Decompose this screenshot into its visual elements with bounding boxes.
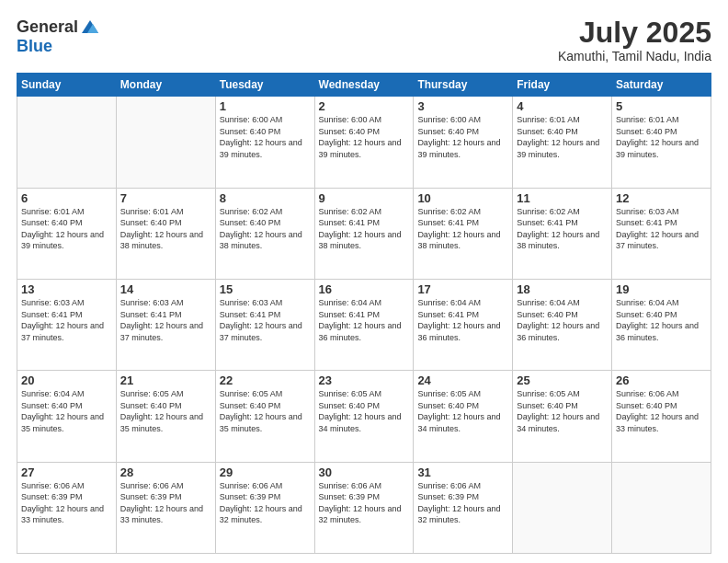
header-right: July 2025 Kamuthi, Tamil Nadu, India — [558, 17, 711, 63]
calendar-cell: 30Sunrise: 6:06 AMSunset: 6:39 PMDayligh… — [314, 462, 414, 553]
calendar-cell: 28Sunrise: 6:06 AMSunset: 6:39 PMDayligh… — [116, 462, 215, 553]
calendar-cell: 20Sunrise: 6:04 AMSunset: 6:40 PMDayligh… — [17, 371, 117, 462]
calendar-cell: 1Sunrise: 6:00 AMSunset: 6:40 PMDaylight… — [215, 97, 314, 188]
day-info: Sunrise: 6:03 AMSunset: 6:41 PMDaylight:… — [616, 206, 707, 252]
calendar-cell — [116, 97, 215, 188]
day-info: Sunrise: 6:03 AMSunset: 6:41 PMDaylight:… — [21, 297, 112, 343]
day-number: 11 — [517, 191, 608, 205]
month-title: July 2025 — [558, 17, 711, 49]
day-number: 14 — [120, 282, 211, 296]
day-number: 6 — [21, 191, 112, 205]
calendar-cell: 2Sunrise: 6:00 AMSunset: 6:40 PMDaylight… — [314, 97, 414, 188]
day-number: 18 — [517, 282, 608, 296]
logo-icon — [80, 17, 100, 37]
calendar-week-row: 6Sunrise: 6:01 AMSunset: 6:40 PMDaylight… — [17, 188, 711, 279]
day-info: Sunrise: 6:06 AMSunset: 6:39 PMDaylight:… — [319, 480, 410, 526]
calendar-cell: 9Sunrise: 6:02 AMSunset: 6:41 PMDaylight… — [314, 188, 414, 279]
calendar-cell: 24Sunrise: 6:05 AMSunset: 6:40 PMDayligh… — [414, 371, 513, 462]
calendar-cell: 3Sunrise: 6:00 AMSunset: 6:40 PMDaylight… — [414, 97, 513, 188]
calendar-cell: 29Sunrise: 6:06 AMSunset: 6:39 PMDayligh… — [215, 462, 314, 553]
calendar-table: Sunday Monday Tuesday Wednesday Thursday… — [17, 73, 711, 554]
logo-general: General — [17, 17, 78, 37]
day-number: 29 — [220, 465, 311, 479]
col-friday: Friday — [513, 74, 612, 97]
calendar-cell — [612, 462, 711, 553]
day-info: Sunrise: 6:01 AMSunset: 6:40 PMDaylight:… — [120, 206, 211, 252]
day-number: 8 — [220, 191, 311, 205]
calendar-cell: 22Sunrise: 6:05 AMSunset: 6:40 PMDayligh… — [215, 371, 314, 462]
day-info: Sunrise: 6:00 AMSunset: 6:40 PMDaylight:… — [220, 114, 311, 160]
day-number: 27 — [21, 465, 112, 479]
day-info: Sunrise: 6:06 AMSunset: 6:40 PMDaylight:… — [616, 388, 707, 434]
day-number: 31 — [417, 465, 508, 479]
day-info: Sunrise: 6:04 AMSunset: 6:41 PMDaylight:… — [319, 297, 410, 343]
calendar-cell: 5Sunrise: 6:01 AMSunset: 6:40 PMDaylight… — [612, 97, 711, 188]
day-number: 22 — [220, 373, 311, 387]
col-thursday: Thursday — [414, 74, 513, 97]
day-info: Sunrise: 6:05 AMSunset: 6:40 PMDaylight:… — [120, 388, 211, 434]
calendar-cell: 23Sunrise: 6:05 AMSunset: 6:40 PMDayligh… — [314, 371, 414, 462]
calendar-cell: 11Sunrise: 6:02 AMSunset: 6:41 PMDayligh… — [513, 188, 612, 279]
calendar-cell: 25Sunrise: 6:05 AMSunset: 6:40 PMDayligh… — [513, 371, 612, 462]
day-info: Sunrise: 6:05 AMSunset: 6:40 PMDaylight:… — [220, 388, 311, 434]
calendar-cell: 18Sunrise: 6:04 AMSunset: 6:40 PMDayligh… — [513, 279, 612, 370]
day-number: 23 — [319, 373, 410, 387]
calendar-week-row: 13Sunrise: 6:03 AMSunset: 6:41 PMDayligh… — [17, 279, 711, 370]
col-saturday: Saturday — [612, 74, 711, 97]
calendar-cell: 19Sunrise: 6:04 AMSunset: 6:40 PMDayligh… — [612, 279, 711, 370]
day-info: Sunrise: 6:00 AMSunset: 6:40 PMDaylight:… — [319, 114, 410, 160]
calendar-cell: 27Sunrise: 6:06 AMSunset: 6:39 PMDayligh… — [17, 462, 117, 553]
location: Kamuthi, Tamil Nadu, India — [558, 49, 711, 63]
calendar-week-row: 1Sunrise: 6:00 AMSunset: 6:40 PMDaylight… — [17, 97, 711, 188]
day-info: Sunrise: 6:03 AMSunset: 6:41 PMDaylight:… — [120, 297, 211, 343]
day-info: Sunrise: 6:05 AMSunset: 6:40 PMDaylight:… — [417, 388, 508, 434]
day-number: 28 — [120, 465, 211, 479]
calendar-cell: 31Sunrise: 6:06 AMSunset: 6:39 PMDayligh… — [414, 462, 513, 553]
day-number: 15 — [220, 282, 311, 296]
day-number: 1 — [220, 99, 311, 113]
day-info: Sunrise: 6:00 AMSunset: 6:40 PMDaylight:… — [417, 114, 508, 160]
day-number: 3 — [417, 99, 508, 113]
col-tuesday: Tuesday — [215, 74, 314, 97]
calendar-cell: 8Sunrise: 6:02 AMSunset: 6:40 PMDaylight… — [215, 188, 314, 279]
day-number: 17 — [417, 282, 508, 296]
day-number: 2 — [319, 99, 410, 113]
calendar-cell: 21Sunrise: 6:05 AMSunset: 6:40 PMDayligh… — [116, 371, 215, 462]
calendar-cell: 14Sunrise: 6:03 AMSunset: 6:41 PMDayligh… — [116, 279, 215, 370]
calendar-cell — [17, 97, 117, 188]
day-info: Sunrise: 6:04 AMSunset: 6:40 PMDaylight:… — [517, 297, 608, 343]
logo-blue: Blue — [17, 37, 52, 56]
day-info: Sunrise: 6:04 AMSunset: 6:40 PMDaylight:… — [21, 388, 112, 434]
page: General Blue July 2025 Kamuthi, Tamil Na… — [0, 0, 728, 563]
day-number: 24 — [417, 373, 508, 387]
day-info: Sunrise: 6:01 AMSunset: 6:40 PMDaylight:… — [21, 206, 112, 252]
day-number: 10 — [417, 191, 508, 205]
day-number: 20 — [21, 373, 112, 387]
calendar-week-row: 20Sunrise: 6:04 AMSunset: 6:40 PMDayligh… — [17, 371, 711, 462]
day-number: 7 — [120, 191, 211, 205]
calendar-cell: 10Sunrise: 6:02 AMSunset: 6:41 PMDayligh… — [414, 188, 513, 279]
day-info: Sunrise: 6:03 AMSunset: 6:41 PMDaylight:… — [220, 297, 311, 343]
calendar-week-row: 27Sunrise: 6:06 AMSunset: 6:39 PMDayligh… — [17, 462, 711, 553]
calendar-cell — [513, 462, 612, 553]
calendar-cell: 17Sunrise: 6:04 AMSunset: 6:41 PMDayligh… — [414, 279, 513, 370]
day-info: Sunrise: 6:02 AMSunset: 6:41 PMDaylight:… — [417, 206, 508, 252]
day-info: Sunrise: 6:04 AMSunset: 6:41 PMDaylight:… — [417, 297, 508, 343]
calendar-cell: 26Sunrise: 6:06 AMSunset: 6:40 PMDayligh… — [612, 371, 711, 462]
day-info: Sunrise: 6:02 AMSunset: 6:41 PMDaylight:… — [517, 206, 608, 252]
day-info: Sunrise: 6:04 AMSunset: 6:40 PMDaylight:… — [616, 297, 707, 343]
col-wednesday: Wednesday — [314, 74, 414, 97]
calendar-cell: 13Sunrise: 6:03 AMSunset: 6:41 PMDayligh… — [17, 279, 117, 370]
day-number: 26 — [616, 373, 707, 387]
day-number: 16 — [319, 282, 410, 296]
day-info: Sunrise: 6:06 AMSunset: 6:39 PMDaylight:… — [21, 480, 112, 526]
day-number: 19 — [616, 282, 707, 296]
calendar-cell: 7Sunrise: 6:01 AMSunset: 6:40 PMDaylight… — [116, 188, 215, 279]
calendar-cell: 6Sunrise: 6:01 AMSunset: 6:40 PMDaylight… — [17, 188, 117, 279]
logo: General Blue — [17, 17, 100, 56]
day-info: Sunrise: 6:05 AMSunset: 6:40 PMDaylight:… — [517, 388, 608, 434]
day-number: 9 — [319, 191, 410, 205]
day-info: Sunrise: 6:06 AMSunset: 6:39 PMDaylight:… — [220, 480, 311, 526]
col-monday: Monday — [116, 74, 215, 97]
day-number: 5 — [616, 99, 707, 113]
